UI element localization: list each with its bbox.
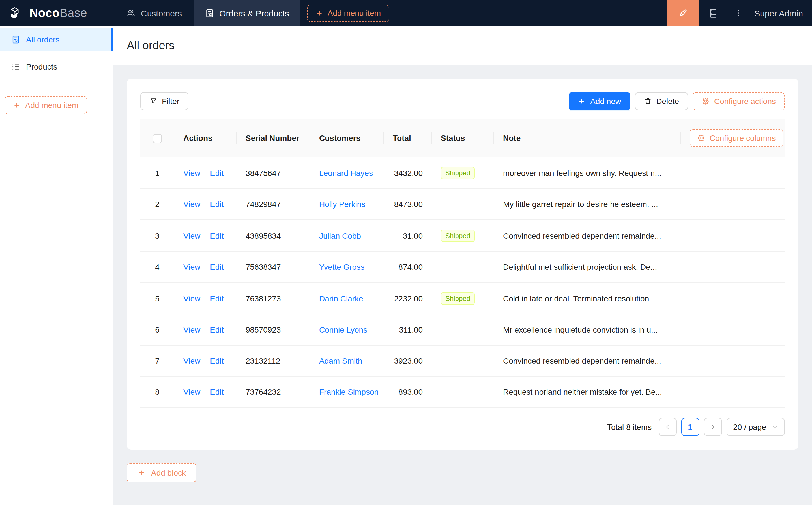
customer-link[interactable]: Julian Cobb xyxy=(319,231,361,240)
sidebar-add-menu-item-label: Add menu item xyxy=(25,101,79,110)
app-window: NocoBase Customers Orders xyxy=(0,0,812,505)
status-cell: Shipped xyxy=(432,283,494,314)
status-cell xyxy=(432,189,494,220)
row-actions: ViewEdit xyxy=(174,157,237,189)
view-link[interactable]: View xyxy=(183,231,200,240)
chevron-down-icon xyxy=(772,424,778,430)
page-size-select[interactable]: 20 / page xyxy=(726,418,785,436)
nav-add-menu-item-label: Add menu item xyxy=(327,8,381,17)
delete-button[interactable]: Delete xyxy=(635,92,688,110)
status-cell xyxy=(432,314,494,345)
more-menu-button[interactable] xyxy=(727,0,750,26)
view-link[interactable]: View xyxy=(183,168,200,177)
edit-link[interactable]: Edit xyxy=(210,356,224,365)
pagination-prev-button[interactable] xyxy=(658,418,676,436)
link-divider xyxy=(205,326,206,334)
status-cell xyxy=(432,376,494,407)
select-all-checkbox[interactable] xyxy=(153,134,162,143)
plus-icon xyxy=(578,97,586,105)
more-vertical-icon xyxy=(734,8,743,17)
sidebar: All orders Products Add menu item xyxy=(0,26,113,505)
sidebar-item-all-orders[interactable]: All orders xyxy=(0,28,113,51)
configure-columns-button[interactable]: Configure columns xyxy=(690,129,783,147)
edit-link[interactable]: Edit xyxy=(210,231,224,240)
filter-button[interactable]: Filter xyxy=(140,92,188,110)
user-menu[interactable]: Super Admin xyxy=(750,0,812,26)
total-cell: 8473.00 xyxy=(384,189,432,220)
empty-cell xyxy=(681,376,785,407)
customer-cell: Frankie Simpson xyxy=(310,376,384,407)
link-divider xyxy=(205,231,206,239)
nav-tab-customers[interactable]: Customers xyxy=(115,0,193,26)
add-new-button[interactable]: Add new xyxy=(569,92,630,110)
view-link[interactable]: View xyxy=(183,387,200,396)
data-sources-button[interactable] xyxy=(699,0,727,26)
pagination-next-button[interactable] xyxy=(704,418,722,436)
page-title: All orders xyxy=(127,39,174,52)
gear-icon xyxy=(702,97,709,105)
trash-icon xyxy=(644,97,652,105)
view-link[interactable]: View xyxy=(183,325,200,334)
nocobase-logo-icon xyxy=(9,6,24,20)
filter-label: Filter xyxy=(162,97,179,106)
edit-link[interactable]: Edit xyxy=(210,168,224,177)
edit-link[interactable]: Edit xyxy=(210,294,224,303)
customer-link[interactable]: Yvette Gross xyxy=(319,263,365,272)
add-block-button[interactable]: Add block xyxy=(127,463,196,482)
pagination-page-1[interactable]: 1 xyxy=(681,418,699,436)
table-block-card: Filter Add new xyxy=(127,78,798,450)
configure-actions-button[interactable]: Configure actions xyxy=(693,92,785,110)
status-cell xyxy=(432,251,494,283)
customer-link[interactable]: Darin Clarke xyxy=(319,294,363,303)
top-navbar: NocoBase Customers Orders xyxy=(0,0,812,26)
total-cell: 3432.00 xyxy=(384,157,432,189)
customer-cell: Darin Clarke xyxy=(310,283,384,314)
sidebar-add-menu-item-button[interactable]: Add menu item xyxy=(5,96,87,114)
row-actions: ViewEdit xyxy=(174,345,237,376)
ui-editor-button[interactable] xyxy=(667,0,699,26)
empty-cell xyxy=(681,157,785,189)
customer-link[interactable]: Connie Lyons xyxy=(319,325,367,334)
nav-tab-orders-products[interactable]: Orders & Products xyxy=(193,0,300,26)
gear-icon xyxy=(697,134,705,142)
brand-logo[interactable]: NocoBase xyxy=(0,0,115,26)
row-actions: ViewEdit xyxy=(174,251,237,283)
customer-link[interactable]: Holly Perkins xyxy=(319,200,365,209)
total-cell: 874.00 xyxy=(384,251,432,283)
edit-link[interactable]: Edit xyxy=(210,387,224,396)
serial-cell: 38475647 xyxy=(237,157,310,189)
row-index: 7 xyxy=(140,345,174,376)
nav-tab-label: Orders & Products xyxy=(219,8,289,18)
view-link[interactable]: View xyxy=(183,356,200,365)
edit-link[interactable]: Edit xyxy=(210,200,224,209)
row-actions: ViewEdit xyxy=(174,220,237,251)
plus-icon xyxy=(13,102,21,109)
serial-cell: 75638347 xyxy=(237,251,310,283)
note-cell: My little garret repair to desire he est… xyxy=(494,189,681,220)
table-row: 1 ViewEdit 38475647 Leonard Hayes 3432.0… xyxy=(140,157,785,189)
configure-actions-label: Configure actions xyxy=(714,97,776,106)
row-index: 3 xyxy=(140,220,174,251)
table-header-row: Actions Serial Number Customers Total St… xyxy=(140,119,785,157)
view-link[interactable]: View xyxy=(183,294,200,303)
customer-link[interactable]: Leonard Hayes xyxy=(319,168,373,177)
note-cell: moreover man feelings own shy. Request n… xyxy=(494,157,681,189)
delete-label: Delete xyxy=(656,97,679,106)
user-name: Super Admin xyxy=(754,8,803,18)
view-link[interactable]: View xyxy=(183,263,200,272)
serial-cell: 73764232 xyxy=(237,376,310,407)
page-size-value: 20 / page xyxy=(733,423,766,432)
total-cell: 311.00 xyxy=(384,314,432,345)
view-link[interactable]: View xyxy=(183,200,200,209)
empty-cell xyxy=(681,283,785,314)
status-tag: Shipped xyxy=(441,229,475,242)
row-index: 6 xyxy=(140,314,174,345)
column-header-actions: Actions xyxy=(174,119,237,157)
nav-add-menu-item-button[interactable]: Add menu item xyxy=(307,4,389,22)
sidebar-item-products[interactable]: Products xyxy=(0,55,113,78)
customer-link[interactable]: Frankie Simpson xyxy=(319,387,379,396)
edit-link[interactable]: Edit xyxy=(210,263,224,272)
status-tag: Shipped xyxy=(441,167,475,179)
edit-link[interactable]: Edit xyxy=(210,325,224,334)
customer-link[interactable]: Adam Smith xyxy=(319,356,363,365)
